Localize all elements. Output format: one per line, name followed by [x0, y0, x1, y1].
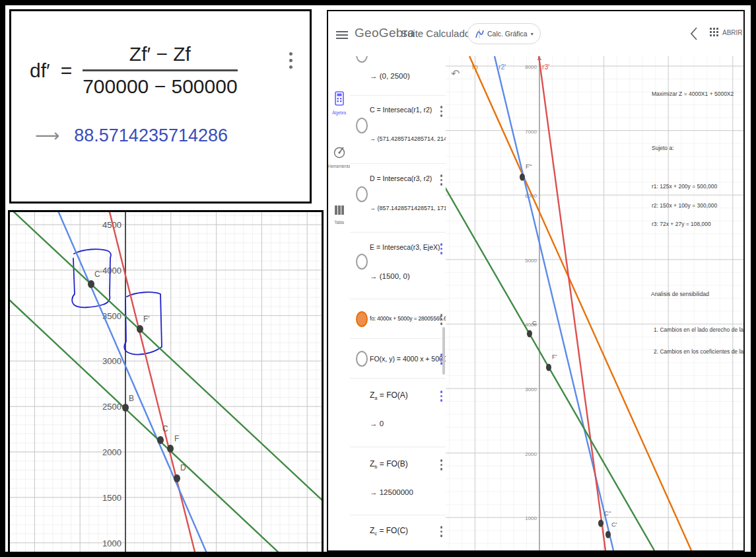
algebra-row-partial[interactable]: → (0, 2500)	[350, 56, 446, 96]
formula-equals: =	[61, 59, 73, 82]
line-label-fo: fo	[472, 63, 478, 71]
point-D[interactable]	[174, 474, 180, 482]
apps-grid-icon[interactable]	[710, 28, 718, 36]
visibility-toggle[interactable]	[356, 56, 368, 63]
y-tick-label: 2000	[525, 451, 537, 457]
visibility-toggle[interactable]	[356, 118, 368, 133]
row-value: → (0, 2500)	[370, 72, 410, 80]
point-label-C: C	[162, 424, 168, 433]
point-label-C: C	[532, 319, 537, 326]
nav-item-algebra[interactable]: Álgebra	[328, 89, 350, 115]
nav-item-herramientas[interactable]: Herramientas	[328, 144, 350, 168]
algebra-row-Za[interactable]: Za = FO(A) → 0	[350, 379, 446, 447]
kebab-menu-icon[interactable]	[289, 52, 292, 69]
point-F'[interactable]	[137, 325, 143, 333]
formula-panel: df′ = Zf′ − Zf 700000 − 500000 ⟶ 88.5714…	[9, 9, 312, 204]
graph-annotation: r1: 125x + 200y = 500,000	[652, 183, 718, 190]
point-C'[interactable]	[605, 531, 611, 538]
formula-fraction: Zf′ − Zf 700000 − 500000	[83, 43, 237, 98]
algebra-row-FO[interactable]: FO(x, y) = 4000 x + 5000 y	[350, 339, 446, 379]
fraction-denominator: 700000 − 500000	[83, 71, 237, 98]
y-tick-label: 1000	[525, 515, 537, 521]
row-definition: FO(x, y) = 4000 x + 5000 y	[370, 355, 446, 363]
visibility-toggle[interactable]	[356, 351, 368, 367]
nav-label-tabla: Tabla	[328, 220, 350, 225]
kebab-menu-icon[interactable]	[440, 526, 443, 537]
point-F'[interactable]	[546, 364, 551, 371]
graph-annotation: r2: 150x + 100y = 300,000	[652, 202, 718, 209]
graph-annotation: 2. Cambios en los coeficientes de la fun…	[654, 348, 743, 355]
algebra-row-fo[interactable]: fo: 4000x + 5000y = 28005565.60	[350, 299, 446, 339]
undo-icon[interactable]: ↶	[451, 67, 460, 80]
point-label-F': F'	[143, 315, 150, 324]
graph-line-green-line-upper[interactable]	[11, 212, 322, 500]
row-definition: E = Interseca(r3, EjeX)	[370, 243, 440, 251]
formula-expression: df′ = Zf′ − Zf 700000 − 500000	[30, 43, 310, 98]
graph-annotation: 1. Cambios en el lado derecho de las res…	[654, 326, 743, 333]
visibility-toggle[interactable]	[356, 254, 368, 270]
geogebra-window: GeoGebra Suite Calculadora Calc. Gráfica…	[327, 10, 745, 552]
formula-result: ⟶ 88.5714235714286	[35, 126, 310, 146]
geogebra-header: GeoGebra Suite Calculadora Calc. Gráfica…	[328, 11, 743, 56]
y-tick-label: 1500	[102, 493, 121, 503]
y-tick-label: 2000	[102, 447, 121, 457]
y-tick-label: 7000	[525, 129, 537, 135]
row-value: → (571.4285714285714, 2142.85	[370, 135, 446, 142]
zoomed-graph-canvas[interactable]: 45004000350030002500200015001000C'F'BCFD	[10, 212, 322, 552]
hamburger-menu-icon[interactable]	[336, 29, 348, 41]
sign-in-button[interactable]: ABRIR SESIÓN	[722, 29, 745, 36]
graph-line-red-line[interactable]	[109, 212, 195, 552]
point-F''[interactable]	[520, 174, 525, 181]
graph-annotation: Analisis de sensibilidad	[651, 291, 709, 297]
graphics-canvas[interactable]: 80007000600050004000300020001000for2'r3'…	[446, 56, 743, 550]
point-C[interactable]	[157, 436, 164, 444]
visibility-toggle[interactable]	[356, 186, 368, 202]
zoomed-graph-panel[interactable]: 45004000350030002500200015001000C'F'BCFD	[8, 210, 324, 554]
kebab-menu-icon[interactable]	[440, 390, 443, 402]
algebra-row-D[interactable]: D = Interseca(r3, r2) → (857.14285714285…	[350, 164, 446, 233]
kebab-menu-icon[interactable]	[440, 314, 443, 325]
algebra-panel: → (0, 2500) C = Interseca(r1, r2) → (571…	[350, 56, 446, 550]
point-C''[interactable]	[598, 520, 603, 527]
point-B[interactable]	[122, 404, 129, 412]
graphics-view[interactable]: 80007000600050004000300020001000for2'r3'…	[446, 56, 743, 550]
row-definition: Za = FO(A)	[370, 390, 408, 401]
y-tick-label: 8000	[525, 64, 537, 70]
point-C'[interactable]	[88, 280, 94, 288]
algebra-scrollbar[interactable]	[442, 327, 445, 375]
app-switcher-label: Calc. Gráfica	[487, 30, 528, 38]
share-icon[interactable]	[689, 26, 699, 41]
tools-icon	[333, 145, 346, 160]
formula-lhs: df′	[30, 59, 50, 82]
point-C[interactable]	[527, 330, 532, 338]
algebra-row-C[interactable]: C = Interseca(r1, r2) → (571.42857142857…	[350, 96, 446, 164]
point-label-F'': F''	[526, 163, 532, 170]
row-definition: Zb = FO(B)	[370, 459, 408, 470]
nav-label-algebra: Álgebra	[328, 110, 350, 115]
point-label-D: D	[180, 463, 186, 472]
row-definition: Zc = FO(C)	[370, 526, 408, 537]
algebra-row-E[interactable]: E = Interseca(r3, EjeX) → (1500, 0)	[350, 233, 446, 299]
kebab-menu-icon[interactable]	[440, 459, 443, 470]
point-F[interactable]	[167, 445, 174, 453]
visibility-toggle-on[interactable]	[356, 311, 368, 327]
point-label-C': C'	[611, 521, 617, 528]
point-label-C'': C''	[604, 509, 611, 517]
result-arrow-icon: ⟶	[35, 126, 59, 146]
point-label-F: F	[174, 434, 179, 443]
kebab-menu-icon[interactable]	[440, 174, 443, 186]
kebab-menu-icon[interactable]	[440, 243, 443, 254]
algebra-row-Zb[interactable]: Zb = FO(B) → 12500000	[350, 447, 446, 515]
row-value: → 12500000	[370, 488, 413, 496]
row-value: → (1500, 0)	[370, 272, 410, 280]
y-tick-label: 4000	[102, 266, 121, 276]
algebra-row-Zc[interactable]: Zc = FO(C)	[350, 515, 446, 550]
kebab-menu-icon[interactable]	[440, 106, 443, 117]
app-switcher-button[interactable]: Calc. Gráfica ▾	[467, 23, 541, 44]
nav-item-tabla[interactable]: Tabla	[328, 203, 350, 225]
nav-label-herramientas: Herramientas	[328, 164, 350, 168]
point-label-C': C'	[94, 270, 102, 279]
table-icon	[333, 204, 345, 216]
graph-annotation: Maximizar Z = 4000X1 + 5000X2	[652, 91, 734, 97]
line-label-r2': r2'	[498, 63, 506, 71]
